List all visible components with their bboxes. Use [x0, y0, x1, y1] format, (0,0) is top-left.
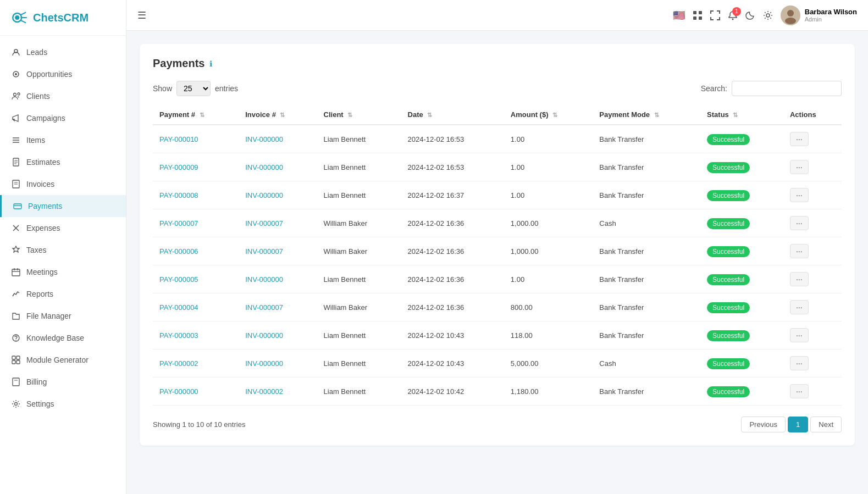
- next-button[interactable]: Next: [810, 417, 842, 432]
- payment-link[interactable]: PAY-000010: [159, 135, 198, 143]
- fullscreen-icon[interactable]: [710, 10, 720, 20]
- grid-icon[interactable]: [693, 10, 703, 20]
- payment-mode: Bank Transfer: [593, 321, 700, 349]
- actions-button[interactable]: ···: [790, 272, 809, 286]
- payment-num: PAY-000004: [153, 293, 239, 321]
- search-input[interactable]: [732, 81, 842, 96]
- status-badge: Successful: [707, 162, 750, 173]
- payment-num: PAY-000003: [153, 321, 239, 349]
- payment-mode: Bank Transfer: [593, 378, 700, 406]
- invoice-num: INV-000002: [239, 378, 317, 406]
- invoice-num: INV-000000: [239, 349, 317, 378]
- show-label: Show: [153, 84, 172, 93]
- payment-link[interactable]: PAY-000009: [159, 163, 198, 171]
- entries-label: entries: [215, 84, 238, 93]
- sidebar-item-settings[interactable]: Settings: [0, 393, 126, 415]
- knowledge-base-icon: [11, 333, 21, 343]
- col-client: Client ⇅: [317, 105, 401, 125]
- invoice-link[interactable]: INV-000007: [245, 219, 283, 227]
- svg-point-41: [732, 18, 733, 20]
- invoice-link[interactable]: INV-000000: [245, 331, 283, 340]
- invoice-num: INV-000000: [239, 265, 317, 293]
- col-date: Date ⇅: [401, 105, 504, 125]
- payment-link[interactable]: PAY-000008: [159, 191, 198, 199]
- nav-label: Invoices: [26, 180, 54, 188]
- payment-link[interactable]: PAY-000006: [159, 247, 198, 256]
- actions-button[interactable]: ···: [790, 188, 809, 202]
- invoice-link[interactable]: INV-000007: [245, 303, 283, 312]
- svg-point-29: [15, 340, 16, 340]
- payment-link[interactable]: PAY-000000: [159, 387, 198, 396]
- sidebar-item-file-manager[interactable]: File Manager: [0, 305, 126, 327]
- invoice-link[interactable]: INV-000000: [245, 359, 283, 368]
- theme-icon[interactable]: [745, 10, 755, 20]
- table-row: PAY-000002 INV-000000 Liam Bennett 2024-…: [153, 349, 842, 378]
- payment-link[interactable]: PAY-000004: [159, 303, 198, 312]
- sidebar-item-campaigns[interactable]: Campaigns: [0, 107, 126, 129]
- svg-rect-31: [16, 356, 20, 359]
- reports-icon: [11, 289, 21, 299]
- svg-rect-37: [693, 11, 696, 14]
- payments-card: Payments ℹ Show 25 10 50 100 entries Sea…: [140, 44, 855, 446]
- previous-button[interactable]: Previous: [741, 417, 786, 432]
- actions-button[interactable]: ···: [790, 160, 809, 174]
- invoice-link[interactable]: INV-000002: [245, 387, 283, 396]
- user-name: Barbara Wilson: [805, 8, 857, 16]
- invoice-num: INV-000007: [239, 237, 317, 265]
- payment-num: PAY-000010: [153, 125, 239, 153]
- actions-button[interactable]: ···: [790, 300, 809, 314]
- status-badge: Successful: [707, 246, 750, 257]
- actions-button[interactable]: ···: [790, 356, 809, 370]
- payment-link[interactable]: PAY-000002: [159, 359, 198, 368]
- actions-button[interactable]: ···: [790, 132, 809, 146]
- main-area: ☰ 🇺🇸 1: [126, 0, 868, 494]
- notification-icon[interactable]: 1: [728, 10, 738, 20]
- invoice-link[interactable]: INV-000000: [245, 163, 283, 171]
- user-info[interactable]: Barbara Wilson Admin: [781, 5, 857, 25]
- sidebar-nav: LeadsOpportunitiesClientsCampaignsItemsE…: [0, 36, 126, 420]
- invoice-link[interactable]: INV-000000: [245, 191, 283, 199]
- page-1-button[interactable]: 1: [788, 417, 808, 432]
- actions-button[interactable]: ···: [790, 244, 809, 258]
- invoice-link[interactable]: INV-000000: [245, 275, 283, 284]
- sidebar-item-knowledge-base[interactable]: Knowledge Base: [0, 327, 126, 349]
- entries-select[interactable]: 25 10 50 100: [176, 81, 211, 96]
- payment-link[interactable]: PAY-000007: [159, 219, 198, 227]
- table-row: PAY-000006 INV-000007 William Baker 2024…: [153, 237, 842, 265]
- actions-button[interactable]: ···: [790, 216, 809, 230]
- sidebar-item-invoices[interactable]: Invoices: [0, 173, 126, 195]
- settings-icon[interactable]: [763, 10, 773, 20]
- sidebar-item-reports[interactable]: Reports: [0, 283, 126, 305]
- flag-icon[interactable]: 🇺🇸: [673, 9, 685, 21]
- sidebar-item-expenses[interactable]: Expenses: [0, 217, 126, 239]
- invoice-num: INV-000000: [239, 125, 317, 153]
- sidebar-item-payments[interactable]: Payments: [0, 195, 126, 217]
- sidebar-item-billing[interactable]: Billing: [0, 371, 126, 393]
- payment-link[interactable]: PAY-000003: [159, 331, 198, 340]
- sidebar-item-clients[interactable]: Clients: [0, 85, 126, 107]
- svg-rect-30: [12, 356, 15, 359]
- payment-mode: Bank Transfer: [593, 265, 700, 293]
- sidebar-item-leads[interactable]: Leads: [0, 41, 126, 63]
- payment-status: Successful: [700, 237, 783, 265]
- sidebar-item-opportunities[interactable]: Opportunities: [0, 63, 126, 85]
- menu-toggle[interactable]: ☰: [137, 9, 146, 21]
- info-icon[interactable]: ℹ: [209, 59, 212, 68]
- actions-button[interactable]: ···: [790, 384, 809, 398]
- sidebar-item-taxes[interactable]: Taxes: [0, 239, 126, 261]
- actions-button[interactable]: ···: [790, 328, 809, 342]
- sidebar-item-module-generator[interactable]: Module Generator: [0, 349, 126, 371]
- payment-date: 2024-12-02 16:53: [401, 153, 504, 181]
- payment-link[interactable]: PAY-000005: [159, 275, 198, 284]
- expenses-icon: [11, 223, 21, 233]
- svg-rect-38: [699, 11, 702, 14]
- payment-num: PAY-000006: [153, 237, 239, 265]
- sidebar-item-meetings[interactable]: Meetings: [0, 261, 126, 283]
- payment-amount: 1.00: [504, 125, 593, 153]
- invoice-link[interactable]: INV-000000: [245, 135, 283, 143]
- payment-status: Successful: [700, 209, 783, 237]
- invoice-link[interactable]: INV-000007: [245, 247, 283, 256]
- sidebar-item-estimates[interactable]: Estimates: [0, 151, 126, 173]
- sidebar-item-items[interactable]: Items: [0, 129, 126, 151]
- payment-mode: Bank Transfer: [593, 125, 700, 153]
